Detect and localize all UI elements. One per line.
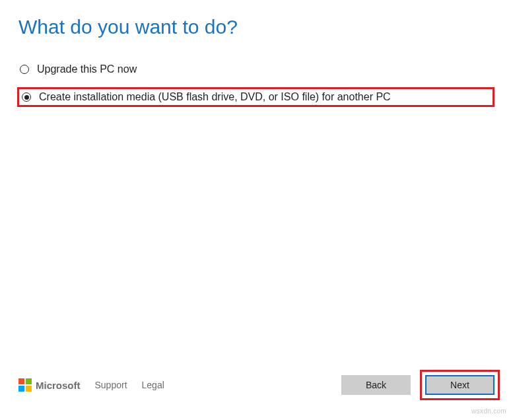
- option-label: Create installation media (USB flash dri…: [39, 91, 391, 103]
- option-create-media[interactable]: Create installation media (USB flash dri…: [19, 91, 391, 103]
- support-link[interactable]: Support: [95, 380, 127, 390]
- radio-icon: [20, 65, 29, 74]
- option-upgrade[interactable]: Upgrade this PC now: [18, 63, 495, 75]
- page-title: What do you want to do?: [18, 16, 495, 38]
- option-label: Upgrade this PC now: [37, 63, 137, 75]
- footer: Microsoft Support Legal Back Next: [18, 370, 500, 400]
- back-button[interactable]: Back: [341, 375, 411, 395]
- microsoft-brand: Microsoft: [18, 378, 81, 392]
- microsoft-logo-icon: [18, 378, 32, 392]
- legal-link[interactable]: Legal: [142, 380, 164, 390]
- next-button[interactable]: Next: [425, 375, 495, 395]
- options-group: Upgrade this PC now Create installation …: [18, 63, 495, 107]
- footer-right: Back Next: [341, 370, 500, 400]
- brand-text: Microsoft: [36, 380, 81, 391]
- option-create-media-highlight: Create installation media (USB flash dri…: [17, 87, 495, 107]
- next-button-highlight: Next: [420, 370, 500, 400]
- radio-icon: [22, 92, 31, 102]
- watermark: wsxdn.com: [471, 407, 506, 415]
- footer-left: Microsoft Support Legal: [18, 378, 164, 392]
